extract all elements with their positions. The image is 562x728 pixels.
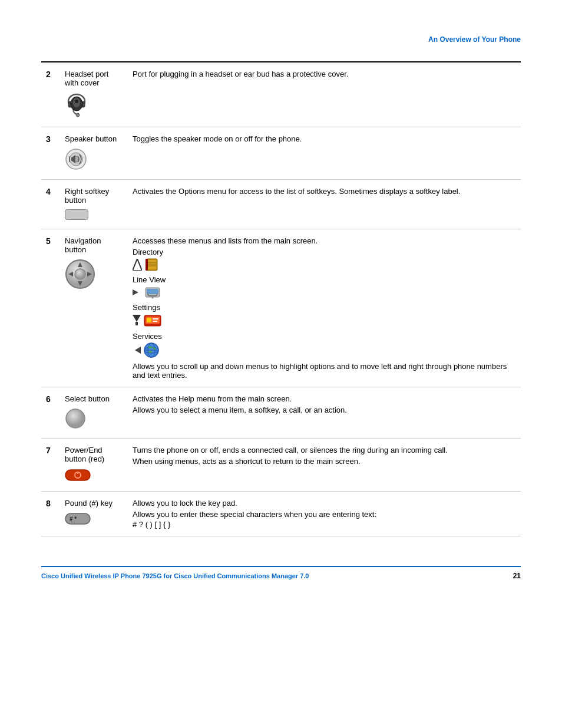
svg-rect-31 <box>135 322 138 325</box>
services-label: Services <box>133 332 516 341</box>
directory-label: Directory <box>133 248 516 256</box>
menu-item-services: Services <box>133 332 516 358</box>
nav-icon <box>65 259 95 289</box>
page: An Overview of Your Phone 2 Headset port… <box>0 0 562 728</box>
select-desc-1: Activates the Help menu from the main sc… <box>133 394 516 403</box>
services-arrow-icon <box>133 345 141 355</box>
row-name: Right softkey button <box>60 180 128 229</box>
menu-item-directory: Directory <box>133 248 516 272</box>
row-number: 8 <box>41 492 60 536</box>
footer-text: Cisco Unified Wireless IP Phone 7925G fo… <box>41 572 309 579</box>
table-row: 4 Right softkey button Activates the Opt… <box>41 180 521 229</box>
row-desc: Accesses these menus and lists from the … <box>128 229 521 387</box>
nav-desc-extra: Allows you to scroll up and down menus t… <box>133 362 516 380</box>
pound-special-chars: # ? ( ) [ ] { } <box>133 520 516 529</box>
table-row: 8 Pound (#) key # * Allows you to lock t… <box>41 492 521 536</box>
table-row: 5 Navigation button <box>41 229 521 387</box>
settings-label: Settings <box>133 303 516 312</box>
lineview-icons <box>133 285 516 299</box>
svg-marker-19 <box>133 259 142 271</box>
headset-icon <box>65 92 88 118</box>
row-number: 2 <box>41 62 60 127</box>
content-table: 2 Headset port with cover <box>41 61 521 536</box>
row-name: Pound (#) key # * <box>60 492 128 536</box>
footer-page-number: 21 <box>513 572 521 580</box>
speaker-icon <box>65 148 87 170</box>
headset-icon-container <box>65 92 123 120</box>
row-desc: Activates the Options menu for access to… <box>128 180 521 229</box>
header-title: An Overview of Your Phone <box>428 35 521 44</box>
row-number: 4 <box>41 180 60 229</box>
row-desc: Toggles the speaker mode on or off for t… <box>128 127 521 180</box>
speaker-icon-container <box>65 148 123 172</box>
row-name: Speaker button <box>60 127 128 180</box>
directory-triangle-icon <box>133 259 142 271</box>
svg-point-6 <box>75 100 78 103</box>
pound-icon-container: # * <box>65 512 123 527</box>
row-desc: Turns the phone on or off, ends a connec… <box>128 439 521 492</box>
svg-rect-43 <box>65 470 90 480</box>
row-desc: Allows you to lock the key pad. Allows y… <box>128 492 521 536</box>
pound-desc-2: Allows you to enter these special charac… <box>133 510 516 519</box>
page-footer: Cisco Unified Wireless IP Phone 7925G fo… <box>41 566 521 580</box>
row-number: 3 <box>41 127 60 180</box>
svg-point-42 <box>66 409 85 428</box>
select-icon <box>65 408 86 429</box>
table-row: 6 Select button <box>41 387 521 439</box>
menu-item-settings: Settings <box>133 303 516 328</box>
svg-marker-26 <box>133 289 138 295</box>
svg-rect-34 <box>147 318 151 322</box>
lineview-label: Line View <box>133 275 516 284</box>
directory-book-icon <box>144 258 160 272</box>
table-row: 3 Speaker button <box>41 127 521 180</box>
select-icon-container <box>65 408 123 431</box>
power-desc-1: Turns the phone on or off, ends a connec… <box>133 446 516 454</box>
pound-desc-1: Allows you to lock the key pad. <box>133 499 516 508</box>
svg-rect-35 <box>153 318 158 319</box>
settings-icons <box>133 313 516 328</box>
menu-item-lineview: Line View <box>133 275 516 299</box>
power-icon-container <box>65 468 123 484</box>
select-desc-2: Allows you to select a menu item, a soft… <box>133 406 516 414</box>
svg-point-29 <box>152 297 154 299</box>
row-desc: Port for plugging in a headset or ear bu… <box>128 62 521 127</box>
svg-rect-36 <box>153 321 157 322</box>
row-name: Navigation button <box>60 229 128 387</box>
svg-rect-21 <box>148 260 156 269</box>
row-name: Power/End button (red) <box>60 439 128 492</box>
svg-point-18 <box>75 269 85 279</box>
row-number: 6 <box>41 387 60 439</box>
row-name: Headset port with cover <box>60 62 128 127</box>
svg-point-3 <box>76 113 80 117</box>
settings-arrow-icon <box>133 315 141 327</box>
page-header: An Overview of Your Phone <box>41 35 521 44</box>
lineview-phone-icon <box>144 285 161 299</box>
services-globe-icon <box>143 342 160 358</box>
svg-rect-28 <box>147 289 158 294</box>
svg-marker-30 <box>133 315 141 322</box>
nav-desc-main: Accesses these menus and lists from the … <box>133 236 516 245</box>
power-icon <box>65 468 91 482</box>
row-number: 7 <box>41 439 60 492</box>
row-name: Select button <box>60 387 128 439</box>
row-desc: Activates the Help menu from the main sc… <box>128 387 521 439</box>
softkey-icon-container <box>65 209 123 222</box>
row-number: 5 <box>41 229 60 387</box>
svg-marker-37 <box>135 347 141 354</box>
directory-icons <box>133 258 516 272</box>
power-desc-2: When using menus, acts as a shortcut to … <box>133 457 516 466</box>
softkey-icon <box>65 209 88 220</box>
table-row: 7 Power/End button (red) Turns the phone… <box>41 439 521 492</box>
table-row: 2 Headset port with cover <box>41 62 521 127</box>
nav-icon-container <box>65 259 123 291</box>
svg-rect-25 <box>146 259 148 271</box>
pound-key-icon: # * <box>65 512 91 525</box>
services-icons <box>133 342 516 358</box>
svg-text:# *: # * <box>70 516 77 522</box>
lineview-arrow-icon <box>133 288 142 297</box>
settings-gear-icon <box>143 313 162 328</box>
